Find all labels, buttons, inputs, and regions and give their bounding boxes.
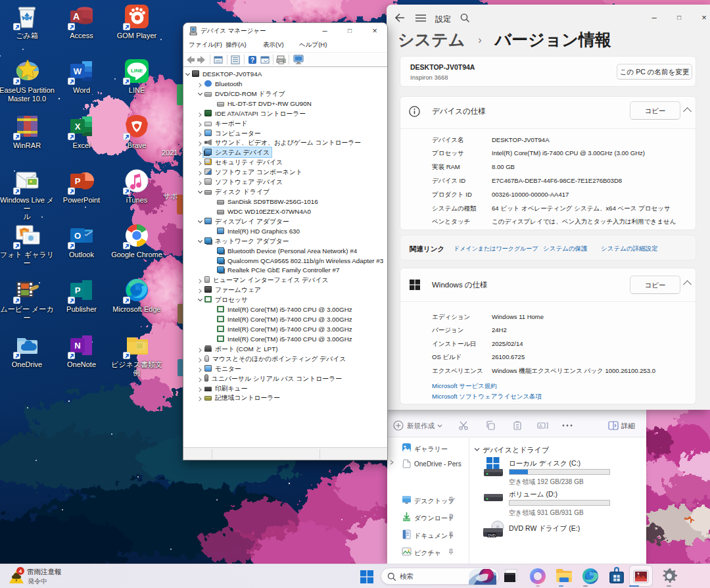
svg-text:4: 4: [19, 568, 22, 574]
svg-text:?: ?: [250, 57, 254, 64]
svg-text:N: N: [74, 341, 80, 351]
svg-text:A: A: [539, 424, 542, 428]
svg-text:A: A: [73, 11, 80, 22]
svg-text:X: X: [75, 122, 81, 132]
svg-text:P: P: [75, 176, 81, 186]
svg-text:LINE: LINE: [131, 68, 143, 74]
svg-text:DVD: DVD: [488, 533, 496, 537]
svg-text:W: W: [74, 66, 82, 76]
svg-text:P: P: [75, 285, 81, 295]
svg-text:O: O: [74, 231, 81, 241]
